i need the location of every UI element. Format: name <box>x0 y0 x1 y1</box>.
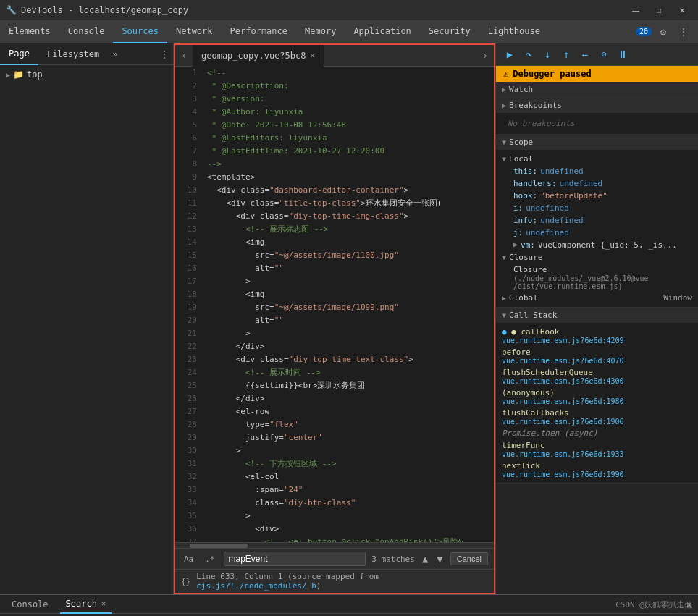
breakpoints-arrow-icon: ▶ <box>502 101 506 109</box>
callstack-item-4[interactable]: flushCallbacksvue.runtime.esm.js?6e6d:19… <box>496 407 698 427</box>
callstack-loc[interactable]: vue.runtime.esm.js?6e6d:4300 <box>502 377 692 385</box>
closure-arrow-icon: ▼ <box>502 253 506 261</box>
callstack-item-1[interactable]: beforevue.runtime.esm.js?6e6d:4070 <box>496 346 698 366</box>
global-header[interactable]: ▶ Global Window <box>502 292 692 304</box>
watch-arrow-icon: ▶ <box>502 85 506 93</box>
search-tab-close[interactable]: ✕ <box>101 594 106 613</box>
callstack-item-7[interactable]: nextTickvue.runtime.esm.js?6e6d:1990 <box>496 460 698 480</box>
callstack-label: Call Stack <box>509 311 557 320</box>
scope-arrow-icon: ▼ <box>502 138 506 146</box>
scope-vm: ▶ vm: VueComponent {_uid: 5, _is... <box>502 239 692 251</box>
file-tree: ▶ 📁 top <box>0 65 173 594</box>
case-sensitive-toggle[interactable]: Aa <box>181 553 196 565</box>
tree-label: top <box>27 69 43 80</box>
step-over-button[interactable]: ↷ <box>521 46 537 62</box>
callstack-loc[interactable]: vue.runtime.esm.js?6e6d:1990 <box>502 471 692 478</box>
search-bar: Aa .* 3 matches ▲ ▼ Cancel <box>175 548 494 569</box>
toolbar-tab-elements[interactable]: Elements <box>0 20 59 43</box>
resume-button[interactable]: ▶ <box>502 46 518 62</box>
callstack-loc[interactable]: vue.runtime.esm.js?6e6d:1933 <box>502 450 692 458</box>
panel-menu-icon[interactable]: ⋮ <box>156 49 173 59</box>
callstack-header[interactable]: ▼ Call Stack <box>496 308 698 323</box>
local-arrow-icon: ▼ <box>502 155 506 163</box>
toolbar-tab-console[interactable]: Console <box>59 20 114 43</box>
regex-toggle[interactable]: .* <box>202 553 217 565</box>
callstack-section: ▼ Call Stack ● callHookvue.runtime.esm.j… <box>496 308 698 484</box>
step-out-button[interactable]: ↑ <box>558 46 574 62</box>
tab-label: geomap_copy.vue?5bc8 <box>201 51 306 61</box>
closure-item: Closure (./node_modules/_vue@2.6.10@vue … <box>502 263 692 292</box>
tab-filesystem[interactable]: Filesystem <box>38 43 108 65</box>
search-cancel-button[interactable]: Cancel <box>450 552 488 565</box>
callstack-loc[interactable]: vue.runtime.esm.js?6e6d:1906 <box>502 418 692 426</box>
minimize-button[interactable]: — <box>626 3 646 17</box>
tab-search[interactable]: Search ✕ <box>60 595 112 614</box>
right-panel: ▶ ↷ ↓ ↑ ← ⊘ ⏸ ⚠ Debugger paused ▶ Watch <box>495 43 698 594</box>
folder-icon: 📁 <box>13 69 24 80</box>
search-input[interactable] <box>224 552 366 566</box>
tab-close-icon[interactable]: ✕ <box>311 51 315 59</box>
settings-button[interactable]: ⚙ <box>655 23 672 41</box>
local-items: this:undefined handlers:undefined hook:"… <box>502 165 692 251</box>
code-lines: <!-- * @Descripttion: * @version: * @Aut… <box>201 67 494 542</box>
scope-info: info:undefined <box>502 214 692 227</box>
callstack-loc[interactable]: vue.runtime.esm.js?6e6d:4070 <box>502 357 692 365</box>
toolbar-tab-network[interactable]: Network <box>167 20 222 43</box>
horizontal-scrollbar[interactable] <box>175 542 494 548</box>
watch-section-header[interactable]: ▶ Watch <box>496 82 698 97</box>
deactivate-button[interactable]: ⊘ <box>596 46 612 62</box>
callstack-arrow-icon: ▼ <box>502 311 506 319</box>
search-next-button[interactable]: ▼ <box>435 553 444 565</box>
callstack-item-3[interactable]: (anonymous)vue.runtime.esm.js?6e6d:1980 <box>496 387 698 407</box>
no-breakpoints-text: No breakpoints <box>496 116 698 131</box>
center-panel: ‹ geomap_copy.vue?5bc8 ✕ › 1234567891011… <box>174 43 495 594</box>
step-into-button[interactable]: ↓ <box>539 46 555 62</box>
main-toolbar: ElementsConsoleSourcesNetworkPerformance… <box>0 20 698 43</box>
search-prev-button[interactable]: ▲ <box>421 553 429 565</box>
global-arrow-icon: ▶ <box>502 294 506 302</box>
editor-nav-left[interactable]: ‹ <box>175 45 193 67</box>
tab-console[interactable]: Console <box>6 595 54 614</box>
callstack-loc[interactable]: vue.runtime.esm.js?6e6d:1980 <box>502 397 692 405</box>
close-button[interactable]: ✕ <box>672 3 692 17</box>
watch-label: Watch <box>509 85 533 94</box>
search-matches: 3 matches <box>371 554 415 564</box>
more-tabs-icon[interactable]: » <box>108 49 122 59</box>
callstack-item-0[interactable]: ● callHookvue.runtime.esm.js?6e6d:4209 <box>496 326 698 346</box>
editor-tab-geomap[interactable]: geomap_copy.vue?5bc8 ✕ <box>193 45 324 67</box>
step-back-button[interactable]: ← <box>577 46 593 62</box>
scope-content: ▼ Local this:undefined handlers:undefine… <box>496 150 698 307</box>
tree-item-top[interactable]: ▶ 📁 top <box>0 68 173 81</box>
scrollbar-thumb[interactable] <box>190 544 248 548</box>
breakpoints-section-header[interactable]: ▶ Breakpoints <box>496 98 698 113</box>
scope-handlers: handlers:undefined <box>502 177 692 190</box>
local-header[interactable]: ▼ Local <box>502 153 692 165</box>
maximize-button[interactable]: □ <box>649 3 669 17</box>
callstack-item-6[interactable]: timerFuncvue.runtime.esm.js?6e6d:1933 <box>496 439 698 460</box>
errors-badge[interactable]: 20 <box>636 27 652 36</box>
bottom-bar: Console Search ✕ ✕ Aa .* ↻ ⊘ <box>0 594 698 616</box>
callstack-name: timerFunc <box>502 441 692 450</box>
toolbar-tab-performance[interactable]: Performance <box>222 20 296 43</box>
status-bar: {} Line 633, Column 1 (source mapped fro… <box>175 569 494 593</box>
toolbar-tab-application[interactable]: Application <box>345 20 419 43</box>
source-link[interactable]: cjs.js?!./node_modules/ b <box>196 581 316 591</box>
toolbar-tab-memory[interactable]: Memory <box>296 20 345 43</box>
closure-header[interactable]: ▼ Closure <box>502 251 692 263</box>
callstack-item-2[interactable]: flushSchedulerQueuevue.runtime.esm.js?6e… <box>496 366 698 387</box>
callstack-item-5[interactable]: Promise.then (async) <box>496 427 698 439</box>
toolbar-tab-security[interactable]: Security <box>420 20 479 43</box>
code-scroll[interactable]: 1234567891011121314151617181920212223242… <box>175 67 494 542</box>
toolbar-tab-sources[interactable]: Sources <box>113 20 167 43</box>
scope-section-header[interactable]: ▼ Scope <box>496 135 698 150</box>
toolbar-tab-lighthouse[interactable]: Lighthouse <box>479 20 549 43</box>
tab-page[interactable]: Page <box>0 43 38 65</box>
editor-nav-right[interactable]: › <box>476 45 494 67</box>
source-map-icon: {} <box>181 577 190 586</box>
callstack-loc[interactable]: vue.runtime.esm.js?6e6d:4209 <box>502 337 692 345</box>
status-text: Line 633, Column 1 (source mapped from c… <box>196 572 488 591</box>
editor-tabs: ‹ geomap_copy.vue?5bc8 ✕ › <box>175 45 494 67</box>
global-value: Window <box>663 293 692 303</box>
more-button[interactable]: ⋮ <box>675 23 692 41</box>
pause-button[interactable]: ⏸ <box>615 46 631 62</box>
